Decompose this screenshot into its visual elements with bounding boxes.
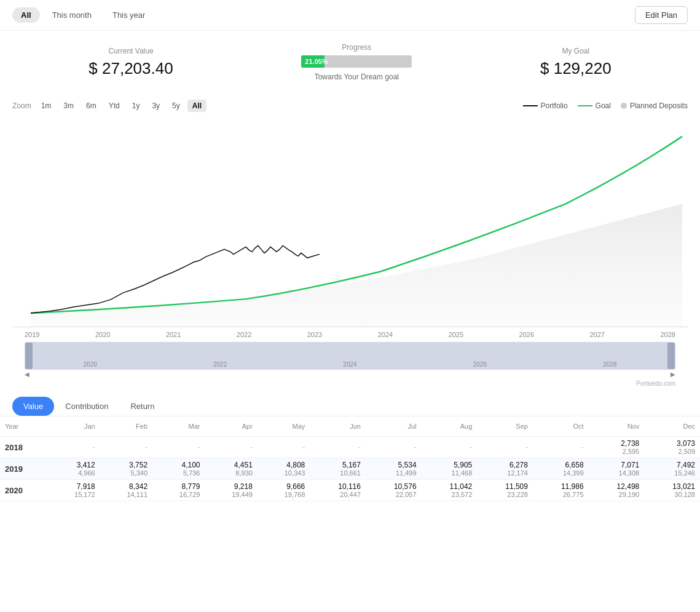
x-label-2023: 2023 bbox=[307, 331, 322, 338]
col-jul: Jul bbox=[366, 416, 422, 437]
cell-year: 2020 bbox=[0, 480, 47, 501]
metrics-row: Current Value $ 27,203.40 Progress 21.05… bbox=[0, 31, 700, 93]
minimap-label-2024: 2024 bbox=[343, 361, 356, 368]
chart-svg bbox=[12, 118, 688, 327]
zoom-buttons: 1m 3m 6m Ytd 1y 3y 5y All bbox=[36, 100, 206, 112]
scroll-left-icon[interactable]: ◀ bbox=[25, 371, 29, 378]
table-cell: 11,04223,572 bbox=[422, 480, 478, 501]
table-cell: 3,7525,340 bbox=[100, 458, 152, 480]
scroll-right-icon[interactable]: ▶ bbox=[671, 371, 675, 378]
table-cell: - bbox=[152, 437, 205, 458]
filter-all[interactable]: All bbox=[12, 7, 40, 23]
table-cell: 5,16710,661 bbox=[310, 458, 366, 480]
table-cell: 3,0732,509 bbox=[644, 437, 700, 458]
legend-planned-deposits-label: Planned Deposits bbox=[630, 101, 688, 110]
col-mar: Mar bbox=[152, 416, 205, 437]
x-label-2027: 2027 bbox=[590, 331, 605, 338]
progress-bar: 21.05% bbox=[301, 55, 412, 68]
table-cell: 8,34214,111 bbox=[100, 480, 152, 501]
table-cell: 10,11620,447 bbox=[310, 480, 366, 501]
time-filters: All This month This year bbox=[12, 7, 154, 23]
zoom-3y[interactable]: 3y bbox=[147, 100, 165, 112]
zoom-6m[interactable]: 6m bbox=[81, 100, 101, 112]
filter-this-month[interactable]: This month bbox=[44, 7, 100, 23]
tab-value[interactable]: Value bbox=[12, 397, 54, 416]
minimap-label-2022: 2022 bbox=[213, 361, 227, 368]
x-label-2026: 2026 bbox=[519, 331, 534, 338]
tab-contribution[interactable]: Contribution bbox=[54, 397, 119, 416]
current-value-label: Current Value bbox=[88, 47, 173, 55]
scroll-arrows: ◀ ▶ bbox=[12, 370, 688, 379]
col-jun: Jun bbox=[310, 416, 366, 437]
chart-section: Zoom 1m 3m 6m Ytd 1y 3y 5y All Portfolio… bbox=[0, 93, 700, 389]
zoom-5y[interactable]: 5y bbox=[167, 100, 185, 112]
x-axis: 2019 2020 2021 2022 2023 2024 2025 2026 … bbox=[12, 327, 688, 342]
cell-year: 2019 bbox=[0, 458, 47, 480]
table-cell: 6,27812,174 bbox=[477, 458, 533, 480]
minimap-labels: 2020 2022 2024 2026 2028 bbox=[25, 361, 675, 368]
current-value: $ 27,203.40 bbox=[88, 59, 173, 78]
table-cell: 11,98626,775 bbox=[533, 480, 589, 501]
table-cell: 7,49215,246 bbox=[644, 458, 700, 480]
filter-this-year[interactable]: This year bbox=[104, 7, 154, 23]
x-label-2025: 2025 bbox=[449, 331, 463, 338]
col-year: Year bbox=[0, 416, 47, 437]
table-cell: - bbox=[366, 437, 422, 458]
col-aug: Aug bbox=[422, 416, 478, 437]
table-body: 2018----------2,7382,5953,0732,50920193,… bbox=[0, 437, 700, 501]
legend-portfolio: Portfolio bbox=[523, 101, 568, 110]
table-cell: 10,57622,057 bbox=[366, 480, 422, 501]
table-cell: 9,21819,449 bbox=[205, 480, 257, 501]
col-feb: Feb bbox=[100, 416, 152, 437]
table-cell: 9,66619,768 bbox=[258, 480, 310, 501]
table-cell: 2,7382,595 bbox=[589, 437, 645, 458]
col-dec: Dec bbox=[644, 416, 700, 437]
zoom-all[interactable]: All bbox=[187, 100, 206, 112]
zoom-1m[interactable]: 1m bbox=[36, 100, 57, 112]
minimap-label-2028: 2028 bbox=[603, 361, 616, 368]
table-row: 20207,91815,1728,34214,1118,77916,7299,2… bbox=[0, 480, 700, 501]
table-cell: 5,90511,468 bbox=[422, 458, 478, 480]
progress-label: Progress bbox=[301, 43, 412, 52]
table-header-row: Year Jan Feb Mar Apr May Jun Jul Aug Sep… bbox=[0, 416, 700, 437]
data-table: Year Jan Feb Mar Apr May Jun Jul Aug Sep… bbox=[0, 416, 700, 501]
table-cell: - bbox=[205, 437, 257, 458]
zoom-ytd[interactable]: Ytd bbox=[104, 100, 125, 112]
col-jan: Jan bbox=[47, 416, 100, 437]
zoom-3m[interactable]: 3m bbox=[58, 100, 79, 112]
portfolio-line-icon bbox=[523, 105, 538, 106]
table-row: 2018----------2,7382,5953,0732,509 bbox=[0, 437, 700, 458]
minimap[interactable]: 2020 2022 2024 2026 2028 bbox=[25, 342, 675, 370]
edit-plan-button[interactable]: Edit Plan bbox=[635, 6, 688, 24]
zoom-1y[interactable]: 1y bbox=[127, 100, 145, 112]
minimap-label-2026: 2026 bbox=[473, 361, 487, 368]
progress-text: 21.05% bbox=[305, 58, 328, 65]
goal-line-icon bbox=[578, 105, 592, 106]
progress-bar-fill: 21.05% bbox=[301, 55, 324, 68]
table-cell: - bbox=[533, 437, 589, 458]
table-cell: 3,4124,966 bbox=[47, 458, 100, 480]
table-cell: 4,4518,930 bbox=[205, 458, 257, 480]
col-may: May bbox=[258, 416, 310, 437]
progress-metric: Progress 21.05% Towards Your Dream goal bbox=[301, 43, 412, 81]
col-oct: Oct bbox=[533, 416, 589, 437]
progress-subtitle: Towards Your Dream goal bbox=[301, 73, 412, 81]
tab-return[interactable]: Return bbox=[119, 397, 165, 416]
cell-year: 2018 bbox=[0, 437, 47, 458]
table-cell: - bbox=[477, 437, 533, 458]
x-label-2020: 2020 bbox=[95, 331, 110, 338]
table-cell: 12,49829,190 bbox=[589, 480, 645, 501]
goal-value: $ 129,220 bbox=[540, 59, 612, 78]
zoom-label: Zoom bbox=[12, 101, 31, 110]
minimap-label-2020: 2020 bbox=[84, 361, 97, 368]
table-cell: 6,65814,399 bbox=[533, 458, 589, 480]
legend-portfolio-label: Portfolio bbox=[541, 101, 568, 110]
table-cell: 7,91815,172 bbox=[47, 480, 100, 501]
current-value-metric: Current Value $ 27,203.40 bbox=[88, 47, 173, 78]
table-cell: 4,80810,343 bbox=[258, 458, 310, 480]
col-sep: Sep bbox=[477, 416, 533, 437]
legend: Portfolio Goal Planned Deposits bbox=[523, 101, 688, 110]
col-apr: Apr bbox=[205, 416, 257, 437]
x-label-2028: 2028 bbox=[660, 331, 675, 338]
goal-metric: My Goal $ 129,220 bbox=[540, 47, 612, 78]
